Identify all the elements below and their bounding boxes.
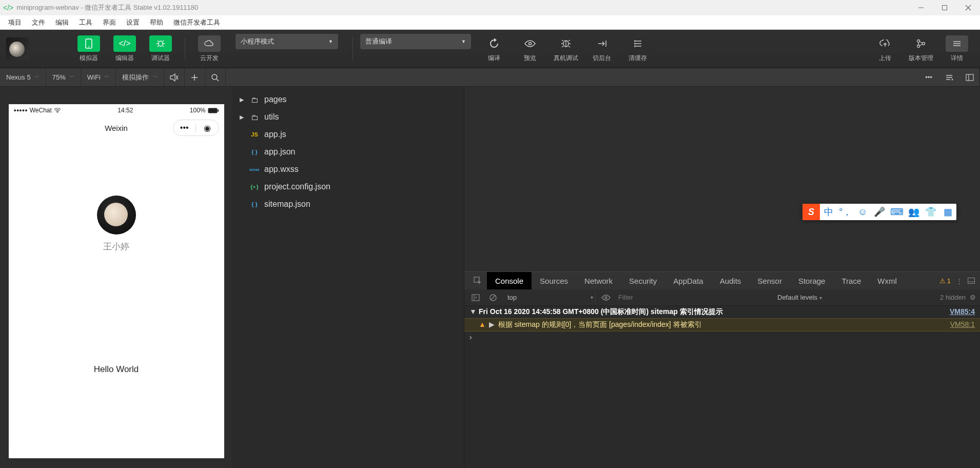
log-source-link[interactable]: VM58:1 (950, 320, 975, 328)
simulator-toggle[interactable] (77, 35, 100, 52)
compile-mode-dropdown[interactable]: 普通编译▼ (360, 34, 471, 49)
tab-sources[interactable]: Sources (532, 272, 576, 289)
ime-lang-button[interactable]: 中 (820, 206, 837, 218)
svg-rect-1 (943, 6, 947, 10)
console-filter-input[interactable] (616, 291, 770, 303)
capsule-button[interactable]: ••• ◉ (173, 120, 219, 136)
clear-cache-button[interactable] (626, 35, 649, 52)
svg-point-11 (917, 45, 920, 47)
menu-project[interactable]: 项目 (3, 16, 27, 29)
tab-audits[interactable]: Audits (712, 272, 750, 289)
menu-interface[interactable]: 界面 (97, 16, 121, 29)
toggle-sidebar-icon[interactable] (468, 289, 483, 306)
menu-help[interactable]: 帮助 (145, 16, 168, 29)
more-button[interactable]: ••• (918, 68, 939, 87)
warnings-badge[interactable]: ⚠1 (939, 277, 951, 285)
tab-security[interactable]: Security (621, 272, 665, 289)
folder-pages[interactable]: ▶🗀pages (232, 91, 464, 108)
menubar: 项目 文件 编辑 工具 界面 设置 帮助 微信开发者工具 (0, 15, 980, 30)
new-file-button[interactable] (185, 68, 205, 87)
ime-keyboard-button[interactable]: ⌨ (888, 206, 905, 218)
inspect-icon[interactable] (468, 272, 487, 289)
tab-trace[interactable]: Trace (833, 272, 869, 289)
tab-console[interactable]: Console (487, 272, 532, 289)
details-button[interactable] (946, 35, 968, 52)
ime-emoji-button[interactable]: ☺ (854, 207, 871, 218)
real-debug-button[interactable] (555, 35, 577, 52)
capsule-menu-icon[interactable]: ••• (173, 123, 196, 132)
search-button[interactable] (205, 68, 226, 87)
log-levels-selector[interactable]: Default levels (773, 294, 829, 301)
tab-wxml[interactable]: Wxml (869, 272, 905, 289)
folder-icon: 🗀 (249, 113, 260, 122)
ime-shirt-button[interactable]: 👕 (923, 206, 939, 218)
devtools-menu-icon[interactable]: ⋮ (956, 277, 963, 285)
tab-sensor[interactable]: Sensor (749, 272, 790, 289)
profile-name: 王小婷 (103, 241, 129, 252)
maximize-button[interactable] (933, 0, 956, 15)
menu-settings[interactable]: 设置 (121, 16, 145, 29)
menu-tools[interactable]: 工具 (74, 16, 97, 29)
zoom-selector[interactable]: 75%﹀ (46, 68, 81, 87)
file-app-json[interactable]: { }app.json (232, 143, 464, 161)
toolbar-separator (185, 37, 185, 60)
ime-toolbox-button[interactable]: ▦ (939, 206, 956, 218)
log-group-header[interactable]: ▼ Fri Oct 16 2020 14:45:58 GMT+0800 (中国标… (464, 306, 980, 318)
phone-page-title: Weixin (105, 124, 128, 132)
file-app-wxss[interactable]: wxssapp.wxss (232, 161, 464, 178)
upload-button[interactable] (874, 35, 896, 52)
devtools-panel: Console Sources Network Security AppData… (464, 271, 980, 468)
log-source-link[interactable]: VM85:4 (950, 307, 975, 316)
version-button[interactable] (910, 35, 932, 52)
tab-appdata[interactable]: AppData (665, 272, 711, 289)
ime-mic-button[interactable]: 🎤 (871, 206, 888, 218)
svg-line-33 (491, 296, 495, 300)
profile-avatar[interactable] (97, 196, 136, 235)
device-selector[interactable]: Nexus 5﹀ (0, 68, 46, 87)
menu-wechat-devtools[interactable]: 微信开发者工具 (168, 16, 225, 29)
cloud-dev-button[interactable] (198, 35, 221, 52)
debugger-toggle[interactable] (149, 35, 172, 52)
ime-skin-button[interactable]: 👥 (905, 206, 922, 218)
file-sitemap-json[interactable]: { }sitemap.json (232, 196, 464, 213)
background-label: 切后台 (593, 54, 611, 63)
context-selector[interactable]: top (503, 291, 596, 304)
warning-icon: ▲ (479, 320, 486, 328)
console-settings-icon[interactable]: ⚙ (970, 294, 976, 301)
preview-button[interactable] (519, 35, 541, 52)
console-controls: top Default levels 2 hidden ⚙ (464, 289, 980, 306)
hidden-count[interactable]: 2 hidden (940, 294, 966, 301)
layout-button[interactable] (959, 68, 980, 87)
menu-file[interactable]: 文件 (27, 16, 50, 29)
svg-point-5 (88, 46, 89, 47)
tab-network[interactable]: Network (576, 272, 621, 289)
background-button[interactable] (591, 35, 613, 52)
mute-button[interactable] (164, 68, 185, 87)
mock-selector[interactable]: 模拟操作﹀ (116, 68, 164, 87)
editor-toggle[interactable]: </> (113, 35, 136, 52)
devtools-dock-icon[interactable] (968, 278, 975, 284)
phone-navbar: Weixin ••• ◉ (9, 116, 224, 139)
live-expression-icon[interactable] (599, 289, 613, 306)
menu-edit[interactable]: 编辑 (50, 16, 74, 29)
ime-punct-button[interactable]: °， (837, 206, 854, 218)
ime-toolbar[interactable]: S 中 °， ☺ 🎤 ⌨ 👥 👕 ▦ (802, 204, 956, 220)
user-avatar[interactable] (6, 37, 29, 60)
console-prompt[interactable]: › (464, 332, 980, 343)
file-project-config[interactable]: {∘}project.config.json (232, 178, 464, 196)
network-selector[interactable]: WiFi﹀ (81, 68, 116, 87)
collapse-button[interactable] (939, 68, 959, 87)
svg-rect-22 (966, 74, 973, 81)
signal-icon: ●●●●● (14, 108, 28, 113)
mode-dropdown[interactable]: 小程序模式▼ (236, 34, 338, 49)
tab-storage[interactable]: Storage (790, 272, 834, 289)
folder-utils[interactable]: ▶🗀utils (232, 108, 464, 126)
minimize-button[interactable] (909, 0, 933, 15)
clear-console-icon[interactable] (486, 289, 500, 306)
compile-button[interactable] (483, 35, 505, 52)
ime-logo-icon[interactable]: S (802, 204, 820, 220)
capsule-close-icon[interactable]: ◉ (196, 123, 219, 133)
log-warning-row[interactable]: ▲ ▶ 根据 sitemap 的规则[0]，当前页面 [pages/index/… (464, 318, 980, 332)
file-app-js[interactable]: JSapp.js (232, 126, 464, 143)
close-button[interactable] (956, 0, 980, 15)
